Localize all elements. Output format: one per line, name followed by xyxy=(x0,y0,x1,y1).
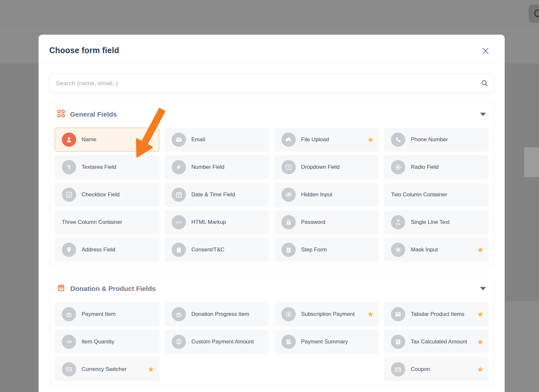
field-tile-label: Phone Number xyxy=(411,136,448,143)
section-header-general-fields[interactable]: General Fields xyxy=(50,101,494,126)
choose-form-field-modal: Choose form field General FieldsNameEmai… xyxy=(39,35,505,392)
field-grid: Payment ItemDonation Progress Item$Subsc… xyxy=(50,300,494,386)
field-tile-three-column-container[interactable]: Three Column Container xyxy=(55,210,159,234)
field-tile-tax-calculated-amount[interactable]: Tax Calculated Amount★ xyxy=(384,330,488,354)
ticket-icon xyxy=(391,362,405,376)
field-tile-donation-progress-item[interactable]: Donation Progress Item xyxy=(165,302,269,326)
dimmed-page-content xyxy=(524,147,539,177)
field-tile-label: Radio Field xyxy=(411,164,439,170)
field-tile-label: Date & Time Field xyxy=(191,191,235,198)
dropdown-icon xyxy=(281,160,296,174)
field-tile-label: Subscription Payment xyxy=(301,311,355,317)
close-icon[interactable] xyxy=(481,47,490,55)
modal-header: Choose form field xyxy=(39,35,505,64)
field-tile-coupon[interactable]: Coupon★ xyxy=(384,357,488,381)
field-tile-label: Tabular Product Items xyxy=(411,311,464,317)
field-tile-label: File Upload xyxy=(301,136,329,143)
map-pin-icon xyxy=(62,243,76,257)
field-tile-consent-t-c[interactable]: Consent/T&C xyxy=(165,238,269,262)
section-title: General Fields xyxy=(70,110,117,118)
field-tile-number-field[interactable]: #Number Field xyxy=(165,155,269,179)
field-grid: NameEmailFile Upload★Phone Number¶Textar… xyxy=(50,126,494,267)
search-input[interactable] xyxy=(49,74,494,93)
field-tile-label: Tax Calculated Amount xyxy=(411,339,467,345)
field-tile-label: Hidden Input xyxy=(301,191,332,198)
field-tile-item-quantity[interactable]: Item Quantity xyxy=(55,330,159,354)
gift-icon xyxy=(62,307,76,321)
pro-star-icon: ★ xyxy=(477,338,484,346)
chevron-down-icon[interactable] xyxy=(480,113,486,116)
mail-icon xyxy=(172,133,186,147)
field-tile-label: Checkbox Field xyxy=(82,191,120,198)
field-tile-label: Coupon xyxy=(411,366,430,373)
pro-star-icon: ★ xyxy=(367,136,374,144)
field-tile-html-markup[interactable]: </>HTML Markup xyxy=(165,210,269,234)
field-tile-label: HTML Markup xyxy=(191,219,226,225)
grid-spacer xyxy=(274,357,379,381)
hash-icon: # xyxy=(172,160,186,174)
section-title: Donation & Product Fields xyxy=(70,285,156,293)
page-corner-button[interactable] xyxy=(529,5,539,23)
step-form-icon xyxy=(281,243,296,257)
chevron-down-icon[interactable] xyxy=(480,287,486,290)
magnifier-icon xyxy=(481,79,488,88)
field-tile-file-upload[interactable]: File Upload★ xyxy=(274,128,379,152)
grid-spacer xyxy=(165,357,269,381)
field-tile-custom-payment-amount[interactable]: Custom Payment Amount xyxy=(165,330,269,354)
field-tile-label: Payment Item xyxy=(82,311,116,317)
text-width-icon xyxy=(391,215,405,229)
field-tile-label: Payment Summary xyxy=(301,339,348,345)
shopping-bag-icon xyxy=(57,283,66,294)
phone-icon xyxy=(391,133,405,147)
pro-star-icon: ★ xyxy=(477,246,484,254)
field-tile-textarea-field[interactable]: ¶Textarea Field xyxy=(55,155,159,179)
asterisk-icon xyxy=(391,243,405,257)
lock-icon xyxy=(281,215,296,229)
radio-icon xyxy=(391,160,405,174)
field-tile-phone-number[interactable]: Phone Number xyxy=(384,128,488,152)
field-tile-radio-field[interactable]: Radio Field xyxy=(384,155,488,179)
field-tile-date-time-field[interactable]: Date & Time Field xyxy=(165,183,269,207)
field-tile-single-line-text[interactable]: Single Line Text xyxy=(384,210,488,234)
section-header-donation-product-fields[interactable]: Donation & Product Fields xyxy=(50,275,494,300)
field-tile-dropdown-field[interactable]: Dropdown Field xyxy=(274,155,379,179)
table-icon xyxy=(391,307,405,321)
field-tile-password[interactable]: Password xyxy=(274,210,379,234)
field-tile-label: Dropdown Field xyxy=(301,164,340,170)
field-tile-tabular-product-items[interactable]: Tabular Product Items★ xyxy=(384,302,488,326)
pro-star-icon: ★ xyxy=(477,311,484,318)
field-tile-currency-switcher[interactable]: Currency Switcher★ xyxy=(55,357,159,381)
field-tile-name[interactable]: Name xyxy=(55,128,159,152)
field-tile-label: Donation Progress Item xyxy=(191,311,249,317)
general-fields-clover-icon xyxy=(57,109,65,119)
field-tile-step-form[interactable]: Step Form xyxy=(274,238,379,262)
dollar-circle-icon: $ xyxy=(281,307,296,321)
code-icon: </> xyxy=(172,215,186,229)
field-tile-address-field[interactable]: Address Field xyxy=(55,238,159,262)
section-donation-product-fields: Donation & Product FieldsPayment ItemDon… xyxy=(49,275,494,387)
field-tile-label: Name xyxy=(82,136,96,143)
user-icon xyxy=(62,133,76,147)
user-circle-icon xyxy=(172,335,186,349)
page-top-navbar xyxy=(0,0,539,29)
field-tile-label: Textarea Field xyxy=(82,164,116,170)
field-tile-label: Custom Payment Amount xyxy=(191,339,254,345)
field-tile-label: Mask Input xyxy=(411,247,438,253)
field-tile-payment-item[interactable]: Payment Item xyxy=(55,302,159,326)
doc-lines-icon xyxy=(391,335,405,349)
field-tile-label: Password xyxy=(301,219,326,225)
field-search xyxy=(49,74,494,93)
field-tile-subscription-payment[interactable]: $Subscription Payment★ xyxy=(274,302,379,326)
field-tile-mask-input[interactable]: Mask Input★ xyxy=(384,238,488,262)
field-tile-checkbox-field[interactable]: Checkbox Field xyxy=(55,183,159,207)
field-tile-label: Number Field xyxy=(191,164,224,170)
field-tile-hidden-input[interactable]: Hidden Input xyxy=(274,183,379,207)
field-tile-email[interactable]: Email xyxy=(165,128,269,152)
field-tile-two-column-container[interactable]: Two Column Container xyxy=(384,183,488,207)
pro-star-icon: ★ xyxy=(477,366,484,373)
field-tile-payment-summary[interactable]: Payment Summary xyxy=(274,330,379,354)
eye-off-icon xyxy=(281,188,296,202)
field-tile-label: Two Column Container xyxy=(391,191,447,198)
field-tile-label: Currency Switcher xyxy=(82,366,127,373)
field-tile-label: Step Form xyxy=(301,247,327,253)
